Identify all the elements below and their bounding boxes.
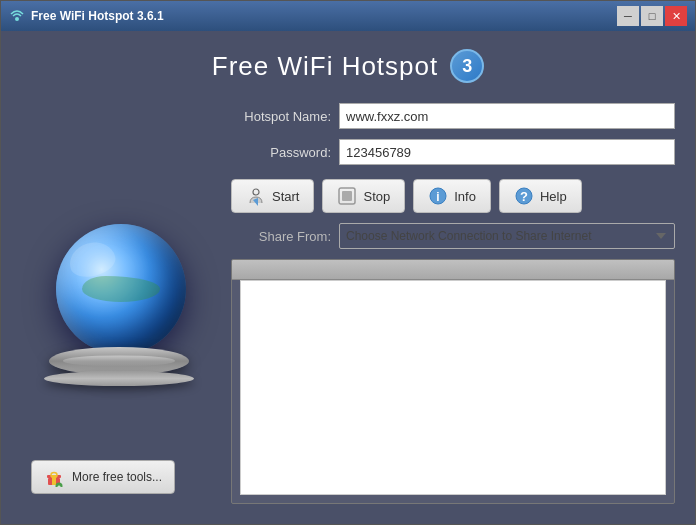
info-button[interactable]: i Info [413,179,491,213]
password-label: Password: [231,145,331,160]
svg-rect-9 [342,191,352,201]
svg-point-0 [15,17,19,21]
log-area [231,259,675,504]
svg-text:i: i [437,190,440,204]
start-label: Start [272,189,299,204]
globe-land [56,224,186,354]
right-panel: Hotspot Name: Password: [221,103,675,504]
globe [56,224,186,354]
svg-text:?: ? [520,189,528,204]
app-title: Free WiFi Hotspot [212,51,439,82]
info-icon: i [428,186,448,206]
close-button[interactable]: ✕ [665,6,687,26]
minimize-button[interactable]: ─ [617,6,639,26]
share-from-label: Share From: [231,229,331,244]
stop-icon [337,186,357,206]
hotspot-name-row: Hotspot Name: [231,103,675,129]
app-icon [9,8,25,24]
hotspot-name-label: Hotspot Name: [231,109,331,124]
window-body: Free WiFi Hotspot 3 [1,31,695,524]
password-input[interactable] [339,139,675,165]
more-tools-button[interactable]: + More free tools... [31,460,175,494]
help-icon: ? [514,186,534,206]
svg-text:+: + [57,483,61,488]
gift-icon: + [44,467,64,487]
title-bar: Free WiFi Hotspot 3.6.1 ─ □ ✕ [1,1,695,31]
stop-button[interactable]: Stop [322,179,405,213]
version-badge: 3 [450,49,484,83]
start-icon [246,186,266,206]
window-controls: ─ □ ✕ [617,6,687,26]
action-buttons: Start Stop [231,179,675,213]
app-header: Free WiFi Hotspot 3 [1,31,695,93]
globe-graphic [41,219,201,389]
share-dropdown[interactable]: Choose Network Connection to Share Inter… [339,223,675,249]
log-header-bar [232,260,674,280]
share-row: Share From: Choose Network Connection to… [231,223,675,249]
password-row: Password: [231,139,675,165]
help-label: Help [540,189,567,204]
maximize-button[interactable]: □ [641,6,663,26]
svg-point-7 [253,189,259,195]
main-content: + More free tools... Hotspot Name: Passw… [1,93,695,524]
help-button[interactable]: ? Help [499,179,582,213]
main-window: Free WiFi Hotspot 3.6.1 ─ □ ✕ Free WiFi … [0,0,696,525]
globe-pedestal-base [44,371,194,386]
more-tools-label: More free tools... [72,470,162,484]
hotspot-name-input[interactable] [339,103,675,129]
info-label: Info [454,189,476,204]
start-button[interactable]: Start [231,179,314,213]
stop-label: Stop [363,189,390,204]
title-bar-text: Free WiFi Hotspot 3.6.1 [31,9,617,23]
left-panel: + More free tools... [21,103,221,504]
log-content [240,280,666,495]
